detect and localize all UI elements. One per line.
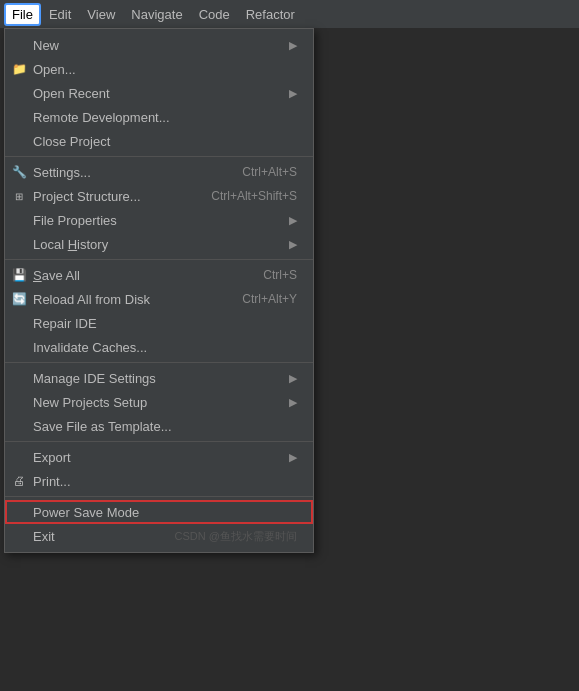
menubar-edit[interactable]: Edit (41, 3, 79, 26)
settings-shortcut: Ctrl+Alt+S (222, 165, 297, 179)
menubar-code[interactable]: Code (191, 3, 238, 26)
menu-item-exit[interactable]: Exit CSDN @鱼找水需要时间 (5, 524, 313, 548)
menu-item-local-history-label: Local History (33, 237, 108, 252)
menu-item-save-all-label: Save All (33, 268, 80, 283)
menu-item-remote-dev-label: Remote Development... (33, 110, 170, 125)
structure-icon: ⊞ (11, 188, 27, 204)
menu-item-local-history[interactable]: Local History ▶ (5, 232, 313, 256)
menu-item-save-all[interactable]: 💾 Save All Ctrl+S (5, 263, 313, 287)
menu-item-save-file-template[interactable]: Save File as Template... (5, 414, 313, 438)
divider-3 (5, 362, 313, 363)
local-history-arrow-icon: ▶ (289, 238, 297, 251)
menubar-view[interactable]: View (79, 3, 123, 26)
menu-item-reload-disk[interactable]: 🔄 Reload All from Disk Ctrl+Alt+Y (5, 287, 313, 311)
file-dropdown-menu: New ▶ 📁 Open... Open Recent ▶ Remote Dev… (4, 28, 314, 553)
menu-item-open-recent[interactable]: Open Recent ▶ (5, 81, 313, 105)
open-recent-arrow-icon: ▶ (289, 87, 297, 100)
menubar-file[interactable]: File (4, 3, 41, 26)
menu-item-manage-ide-settings[interactable]: Manage IDE Settings ▶ (5, 366, 313, 390)
print-icon: 🖨 (11, 473, 27, 489)
menu-item-file-properties-label: File Properties (33, 213, 117, 228)
menu-item-settings[interactable]: 🔧 Settings... Ctrl+Alt+S (5, 160, 313, 184)
menu-item-open[interactable]: 📁 Open... (5, 57, 313, 81)
divider-1 (5, 156, 313, 157)
menu-item-repair-ide-label: Repair IDE (33, 316, 97, 331)
divider-5 (5, 496, 313, 497)
menu-item-remote-dev[interactable]: Remote Development... (5, 105, 313, 129)
menu-item-settings-label: Settings... (33, 165, 91, 180)
menu-item-export[interactable]: Export ▶ (5, 445, 313, 469)
menu-item-power-save-mode[interactable]: Power Save Mode (5, 500, 313, 524)
divider-2 (5, 259, 313, 260)
manage-ide-settings-arrow-icon: ▶ (289, 372, 297, 385)
menu-item-print-label: Print... (33, 474, 71, 489)
menu-item-print[interactable]: 🖨 Print... (5, 469, 313, 493)
menubar-refactor[interactable]: Refactor (238, 3, 303, 26)
file-properties-arrow-icon: ▶ (289, 214, 297, 227)
new-projects-setup-arrow-icon: ▶ (289, 396, 297, 409)
menu-item-new-label: New (33, 38, 59, 53)
export-arrow-icon: ▶ (289, 451, 297, 464)
menu-item-project-structure-label: Project Structure... (33, 189, 141, 204)
menu-item-power-save-mode-label: Power Save Mode (33, 505, 139, 520)
divider-4 (5, 441, 313, 442)
reload-disk-shortcut: Ctrl+Alt+Y (222, 292, 297, 306)
menu-item-invalidate-caches[interactable]: Invalidate Caches... (5, 335, 313, 359)
menu-item-repair-ide[interactable]: Repair IDE (5, 311, 313, 335)
menu-item-save-file-template-label: Save File as Template... (33, 419, 172, 434)
menu-item-close-project-label: Close Project (33, 134, 110, 149)
menu-item-manage-ide-settings-label: Manage IDE Settings (33, 371, 156, 386)
menu-item-new[interactable]: New ▶ (5, 33, 313, 57)
menu-item-new-projects-setup-label: New Projects Setup (33, 395, 147, 410)
menubar-navigate[interactable]: Navigate (123, 3, 190, 26)
menu-item-new-projects-setup[interactable]: New Projects Setup ▶ (5, 390, 313, 414)
exit-watermark: CSDN @鱼找水需要时间 (155, 529, 297, 544)
menu-item-open-recent-label: Open Recent (33, 86, 110, 101)
menu-item-exit-label: Exit (33, 529, 55, 544)
new-arrow-icon: ▶ (289, 39, 297, 52)
menu-item-project-structure[interactable]: ⊞ Project Structure... Ctrl+Alt+Shift+S (5, 184, 313, 208)
menu-item-reload-disk-label: Reload All from Disk (33, 292, 150, 307)
menu-item-invalidate-caches-label: Invalidate Caches... (33, 340, 147, 355)
reload-icon: 🔄 (11, 291, 27, 307)
menubar: File Edit View Navigate Code Refactor (0, 0, 579, 28)
folder-icon: 📁 (11, 61, 27, 77)
save-icon: 💾 (11, 267, 27, 283)
wrench-icon: 🔧 (11, 164, 27, 180)
menu-item-file-properties[interactable]: File Properties ▶ (5, 208, 313, 232)
menu-item-open-label: Open... (33, 62, 76, 77)
menu-item-close-project[interactable]: Close Project (5, 129, 313, 153)
save-all-shortcut: Ctrl+S (243, 268, 297, 282)
menu-item-export-label: Export (33, 450, 71, 465)
project-structure-shortcut: Ctrl+Alt+Shift+S (191, 189, 297, 203)
